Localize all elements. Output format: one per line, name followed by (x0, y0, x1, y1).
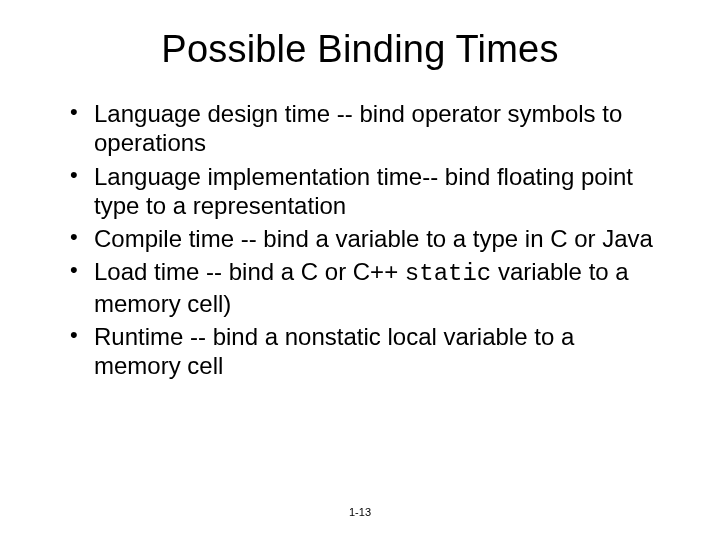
list-item: Runtime -- bind a nonstatic local variab… (68, 322, 660, 381)
list-item: Load time -- bind a C or C++ static vari… (68, 257, 660, 318)
page-number: 1-13 (0, 506, 720, 518)
list-item: Compile time -- bind a variable to a typ… (68, 224, 660, 253)
bullet-text: Load time -- bind a C or C++ (94, 258, 405, 285)
slide-title: Possible Binding Times (60, 28, 660, 71)
bullet-text: Language implementation time-- bind floa… (94, 163, 633, 219)
list-item: Language implementation time-- bind floa… (68, 162, 660, 221)
bullet-text: Compile time -- bind a variable to a typ… (94, 225, 653, 252)
code-keyword: static (405, 260, 491, 287)
bullet-text: Language design time -- bind operator sy… (94, 100, 622, 156)
slide: Possible Binding Times Language design t… (0, 0, 720, 540)
list-item: Language design time -- bind operator sy… (68, 99, 660, 158)
bullet-list: Language design time -- bind operator sy… (60, 99, 660, 380)
bullet-text: Runtime -- bind a nonstatic local variab… (94, 323, 574, 379)
